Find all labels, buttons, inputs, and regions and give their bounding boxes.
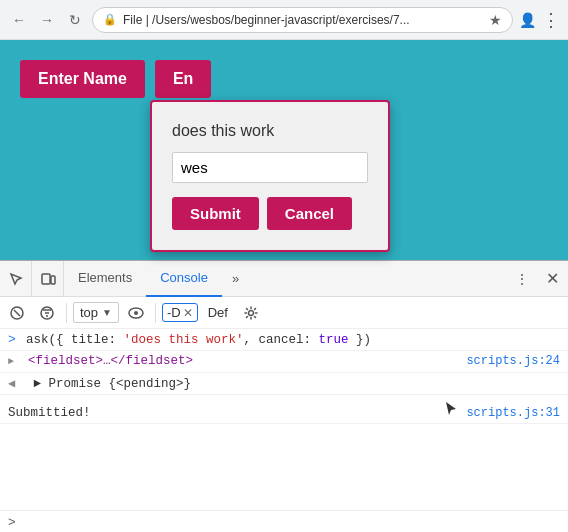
devtools-toolbar: Elements Console » ⋮ ✕ xyxy=(0,261,568,297)
filter-tag[interactable]: -D ✕ xyxy=(162,303,198,322)
enter-name-button[interactable]: Enter Name xyxy=(20,60,145,98)
back-button[interactable]: ← xyxy=(8,9,30,31)
inspector-icon[interactable] xyxy=(0,261,32,297)
dialog-buttons: Submit Cancel xyxy=(172,197,368,230)
dialog-title: does this work xyxy=(172,122,368,140)
context-selector-arrow: ▼ xyxy=(102,307,112,318)
expand-arrow[interactable]: ► xyxy=(8,356,22,367)
console-caret: > xyxy=(8,514,16,529)
svg-line-3 xyxy=(14,310,20,316)
console-line: > ask({ title: 'does this work', cancel:… xyxy=(0,329,568,351)
svg-point-10 xyxy=(248,310,253,315)
forward-button[interactable]: → xyxy=(36,9,58,31)
keyword-value: true xyxy=(319,333,349,347)
def-button[interactable]: Def xyxy=(202,303,234,322)
tab-elements[interactable]: Elements xyxy=(64,261,146,297)
console-fieldset: <fieldset>…</fieldset> xyxy=(28,354,462,368)
file-reference[interactable]: scripts.js:24 xyxy=(466,354,560,368)
device-toolbar-icon[interactable] xyxy=(32,261,64,297)
console-code: ask({ title: 'does this work', cancel: t… xyxy=(26,333,560,347)
bookmark-icon[interactable]: ★ xyxy=(489,12,502,28)
console-line: Submittied! scripts.js:31 xyxy=(0,395,568,424)
more-tabs-icon[interactable]: » xyxy=(224,271,247,286)
console-input-line: > xyxy=(0,510,568,532)
console-input[interactable] xyxy=(22,515,560,529)
dialog-cancel-button[interactable]: Cancel xyxy=(267,197,352,230)
tab-console[interactable]: Console xyxy=(146,261,222,297)
devtools-panel: Elements Console » ⋮ ✕ top ▼ xyxy=(0,260,568,532)
context-selector[interactable]: top ▼ xyxy=(73,302,119,323)
address-text: File | /Users/wesbos/beginner-javascript… xyxy=(123,13,483,27)
clear-console-icon[interactable] xyxy=(4,300,30,326)
svg-rect-0 xyxy=(42,274,50,284)
browser-chrome: ← → ↻ 🔒 File | /Users/wesbos/beginner-ja… xyxy=(0,0,568,40)
file-reference-2[interactable]: scripts.js:31 xyxy=(466,406,560,420)
more-menu-icon[interactable]: ⋮ xyxy=(542,9,560,31)
svg-point-9 xyxy=(134,311,138,315)
reload-button[interactable]: ↻ xyxy=(64,9,86,31)
filter-icon[interactable] xyxy=(34,300,60,326)
address-bar[interactable]: 🔒 File | /Users/wesbos/beginner-javascri… xyxy=(92,7,513,33)
eye-icon[interactable] xyxy=(123,300,149,326)
console-line: ► <fieldset>…</fieldset> scripts.js:24 xyxy=(0,351,568,373)
en-button[interactable]: En xyxy=(155,60,211,98)
console-output: > ask({ title: 'does this work', cancel:… xyxy=(0,329,568,510)
filter-tag-close-icon[interactable]: ✕ xyxy=(183,306,193,320)
devtools-more-icon[interactable]: ⋮ xyxy=(508,261,536,297)
console-submitted: Submittied! xyxy=(8,406,436,420)
avatar[interactable]: 👤 xyxy=(519,12,536,28)
svg-rect-1 xyxy=(51,276,55,284)
dialog-input[interactable] xyxy=(172,152,368,183)
settings-icon[interactable] xyxy=(238,300,264,326)
dialog: does this work Submit Cancel xyxy=(150,100,390,252)
devtools-close-button[interactable]: ✕ xyxy=(536,261,568,297)
string-value: 'does this work' xyxy=(124,333,244,347)
page-area: Enter Name En does this work Submit Canc… xyxy=(0,40,568,260)
console-prompt: > xyxy=(8,332,22,347)
separator xyxy=(66,303,67,323)
return-arrow: ◀ xyxy=(8,376,22,391)
console-line: ◀ ► Promise {<pending>} xyxy=(0,373,568,395)
separator2 xyxy=(155,303,156,323)
dialog-submit-button[interactable]: Submit xyxy=(172,197,259,230)
lock-icon: 🔒 xyxy=(103,13,117,26)
console-toolbar: top ▼ -D ✕ Def xyxy=(0,297,568,329)
cursor-icon xyxy=(444,400,462,418)
console-promise: ► Promise {<pending>} xyxy=(26,377,560,391)
